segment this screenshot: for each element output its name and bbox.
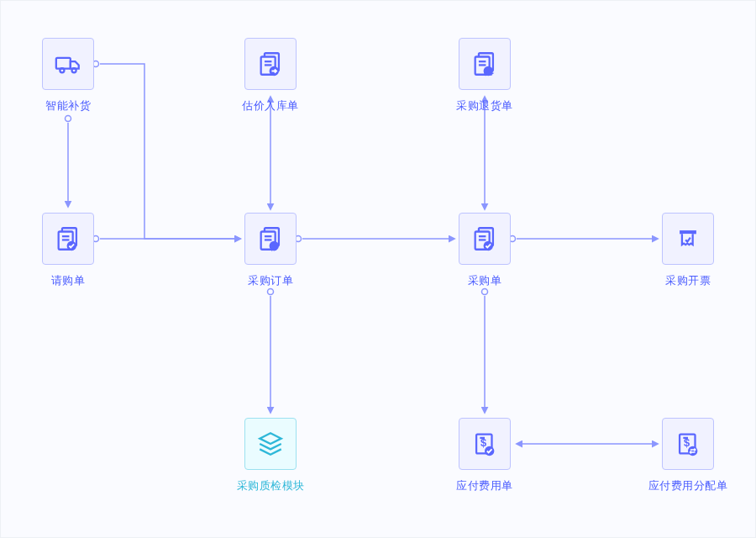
doc-check-icon [42,213,94,265]
node-label: 请购单 [51,273,86,288]
node-label: 采购订单 [248,273,293,288]
svg-point-0 [66,116,71,122]
svg-text:退: 退 [485,68,492,76]
node-label: 应付费用单 [456,478,513,493]
node-label: 采购单 [468,273,502,288]
svg-point-8 [268,289,274,295]
node-label: 智能补货 [45,98,91,113]
node-label: 应付费用分配单 [648,478,728,493]
truck-icon [42,38,94,90]
svg-point-17 [60,68,64,72]
svg-point-18 [72,68,76,72]
svg-rect-16 [56,58,71,69]
svg-point-13 [482,289,488,295]
doc-check-icon [459,213,511,265]
node-label: 估价入库单 [242,98,299,113]
doc-money-swap-icon: $ [662,418,714,470]
invoice-icon [662,213,714,265]
node-invoice[interactable]: 采购开票 [650,213,726,288]
node-label: 采购退货单 [456,98,513,113]
node-payable-alloc[interactable]: $ 应付费用分配单 [650,418,726,493]
node-payable[interactable]: $ 应付费用单 [447,418,522,493]
node-label: 采购开票 [665,273,711,288]
doc-return-icon: 退 [459,38,511,90]
node-requisition[interactable]: 请购单 [30,213,106,288]
node-return-order[interactable]: 退 采购退货单 [447,38,522,113]
doc-order-icon: 订 [244,213,297,265]
node-purchase-order[interactable]: 订 采购订单 [233,213,308,288]
svg-text:订: 订 [270,244,277,251]
node-estimate-inbound[interactable]: 估价入库单 [233,38,308,113]
doc-arrow-icon [244,38,297,90]
flow-connectors [1,1,756,538]
node-label: 采购质检模块 [237,478,305,493]
layers-icon [244,418,297,470]
doc-money-check-icon: $ [459,418,511,470]
svg-point-53 [688,446,697,456]
node-purchase-bill[interactable]: 采购单 [447,213,522,288]
node-smart-restock[interactable]: 智能补货 [30,38,106,113]
node-qc-module[interactable]: 采购质检模块 [233,418,308,493]
